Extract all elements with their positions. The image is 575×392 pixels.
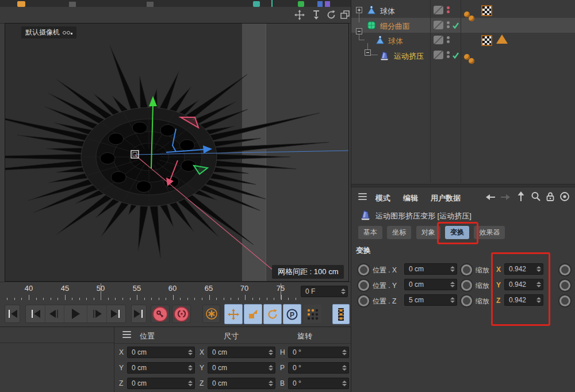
position-y-field[interactable]: 0 cm [404, 279, 457, 290]
position-z-field[interactable]: 5 cm [404, 294, 457, 306]
viewport[interactable]: 默认摄像机 网格间距 : 100 cm [5, 23, 349, 282]
rot-p-stepper[interactable] [342, 365, 347, 371]
next-frame-button[interactable] [87, 305, 107, 322]
expand-toggle[interactable] [365, 49, 371, 56]
tab-transform[interactable]: 变换 [445, 226, 469, 239]
visibility-dots[interactable] [447, 36, 450, 43]
visibility-dots[interactable] [447, 6, 450, 13]
visibility-dots[interactable] [447, 51, 450, 58]
enabled-check-icon[interactable] [452, 52, 459, 59]
menu-mode[interactable]: 模式 [375, 193, 390, 203]
previous-frame-button[interactable] [45, 305, 65, 322]
menu-userdata[interactable]: 用户数据 [431, 193, 461, 203]
zoom-view-icon[interactable] [311, 10, 321, 20]
go-to-start-button[interactable] [5, 305, 20, 323]
frame-marker-75[interactable] [281, 283, 281, 299]
coordinates-menu-icon[interactable] [122, 331, 131, 338]
animation-dot[interactable] [461, 280, 472, 291]
record-position-button[interactable] [224, 304, 243, 324]
rot-b-field[interactable]: 0 ° [288, 378, 349, 389]
tab-object[interactable]: 对象 [416, 226, 440, 239]
lock-icon[interactable] [546, 191, 555, 202]
pos-z-field[interactable]: 0 cm [127, 378, 195, 389]
record-keyframe-button[interactable] [151, 305, 170, 323]
move-view-icon[interactable] [294, 10, 305, 20]
animation-dot[interactable] [461, 295, 472, 306]
scene-canvas[interactable] [5, 24, 349, 282]
pos-z-stepper[interactable] [187, 381, 193, 386]
rot-b-stepper[interactable] [342, 381, 347, 386]
up-arrow-icon[interactable] [516, 191, 526, 202]
editable-sphere-icon[interactable] [366, 5, 377, 16]
go-to-end-button[interactable] [131, 305, 147, 323]
layer-swatch[interactable] [434, 6, 443, 14]
tab-effectors[interactable]: 效果器 [474, 226, 505, 239]
object-name[interactable]: 运动挤压 [394, 51, 424, 62]
subdivision-surface-icon[interactable] [366, 20, 377, 30]
animation-dot[interactable] [358, 280, 369, 291]
point-level-animation-button[interactable] [304, 305, 321, 323]
pos-x-stepper[interactable] [187, 349, 193, 355]
toggle-view-icon[interactable] [340, 10, 350, 20]
triangle-tag[interactable] [496, 34, 508, 44]
timeline-ruler[interactable]: 40 45 50 55 60 65 70 75 0 F [0, 282, 351, 302]
frame-marker-50[interactable] [101, 283, 101, 299]
record-scale-button[interactable] [244, 304, 262, 324]
camera-label[interactable]: 默认摄像机 [21, 26, 76, 39]
rotate-view-icon[interactable] [326, 10, 336, 20]
target-icon[interactable] [559, 191, 570, 202]
size-y-field[interactable]: 0 cm [208, 362, 275, 374]
size-x-stepper[interactable] [268, 349, 273, 355]
pos-x-field[interactable]: 0 cm [127, 347, 195, 358]
expand-toggle[interactable] [356, 7, 362, 13]
current-frame-field[interactable]: 0 F [301, 286, 348, 297]
scale-x-field[interactable]: 0.942 [504, 263, 543, 275]
material-manager-panel[interactable] [0, 326, 114, 392]
editable-sphere-icon[interactable] [375, 35, 385, 45]
object-name[interactable]: 球体 [388, 36, 403, 47]
rot-p-field[interactable]: 0 ° [288, 362, 349, 374]
layer-swatch[interactable] [434, 21, 443, 29]
record-parameter-button[interactable]: P [283, 304, 301, 324]
scale-z-stepper[interactable] [536, 297, 541, 303]
layer-swatch[interactable] [434, 36, 443, 44]
enabled-check-icon[interactable] [452, 22, 459, 29]
scale-z-field[interactable]: 0.942 [504, 294, 543, 306]
animation-dot[interactable] [358, 264, 369, 275]
pos-y-field[interactable]: 0 cm [127, 362, 195, 374]
size-x-field[interactable]: 0 cm [208, 347, 275, 358]
position-x-stepper[interactable] [450, 266, 455, 272]
animation-dot[interactable] [559, 295, 570, 306]
visibility-dots[interactable] [447, 21, 450, 28]
tab-coordinates[interactable]: 坐标 [387, 226, 411, 239]
texture-tag[interactable] [481, 35, 492, 46]
timeline-window-button[interactable] [332, 304, 350, 324]
pos-y-stepper[interactable] [187, 365, 193, 371]
position-z-stepper[interactable] [450, 297, 455, 303]
position-x-field[interactable]: 0 cm [404, 263, 457, 275]
rot-h-stepper[interactable] [342, 349, 347, 355]
animation-dot[interactable] [358, 295, 369, 306]
autokeying-button[interactable] [172, 305, 191, 323]
object-name[interactable]: 细分曲面 [380, 21, 410, 32]
back-arrow-icon[interactable] [485, 192, 496, 202]
layer-swatch[interactable] [434, 51, 443, 59]
scale-y-stepper[interactable] [536, 282, 541, 287]
attribute-menu-icon[interactable] [358, 193, 367, 200]
animation-dot[interactable] [559, 280, 570, 291]
search-icon[interactable] [531, 191, 541, 202]
keyframe-selection-button[interactable] [202, 305, 220, 323]
tab-basic[interactable]: 基本 [358, 226, 382, 239]
go-to-last-key-button[interactable] [107, 305, 126, 322]
scale-x-stepper[interactable] [536, 266, 541, 272]
size-z-field[interactable]: 0 cm [208, 378, 275, 389]
size-y-stepper[interactable] [268, 365, 273, 371]
menu-edit[interactable]: 编辑 [403, 193, 418, 203]
size-z-stepper[interactable] [268, 381, 273, 386]
scale-y-field[interactable]: 0.942 [504, 279, 543, 290]
go-to-first-key-button[interactable] [26, 305, 45, 322]
extrude-deformer-icon[interactable] [379, 49, 390, 60]
object-name[interactable]: 球体 [380, 6, 395, 17]
record-rotation-button[interactable] [263, 304, 282, 324]
forward-arrow-icon[interactable] [500, 192, 511, 202]
